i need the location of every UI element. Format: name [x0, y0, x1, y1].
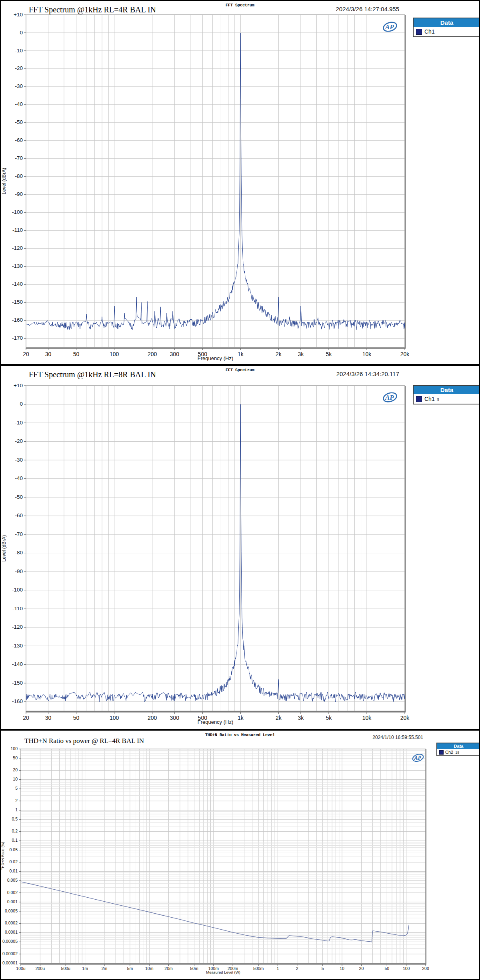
- y-tick-label: 0.05: [10, 847, 18, 852]
- y-tick-label: -120: [12, 624, 23, 630]
- y-tick-label: -70: [15, 155, 23, 161]
- x-tick-label: 100u: [16, 966, 26, 971]
- y-tick-label: -60: [15, 512, 23, 518]
- y-tick-label: -50: [15, 119, 23, 125]
- y-tick-label: -40: [15, 101, 23, 107]
- legend-body: Ch1: [414, 27, 480, 36]
- x-tick-label: 10k: [362, 715, 372, 721]
- x-tick-label: 3k: [298, 715, 304, 721]
- x-tick-label: 10: [340, 966, 344, 971]
- y-tick-label: 0.0005: [5, 908, 18, 913]
- x-tick-label: 20: [23, 715, 29, 721]
- x-tick-label: 20k: [400, 351, 410, 357]
- legend-swatch: [416, 396, 422, 402]
- x-tick-label: 100: [110, 715, 119, 721]
- x-tick-label: 5k: [326, 715, 332, 721]
- legend-header[interactable]: Data: [414, 18, 480, 27]
- x-tick-label: 200: [422, 966, 429, 971]
- x-axis-title: Measured Level (W): [206, 970, 240, 974]
- y-tick-label: 5: [15, 786, 18, 791]
- y-tick-label: -80: [15, 173, 23, 179]
- x-tick-label: 200: [148, 715, 157, 721]
- x-tick-label: 30: [45, 351, 52, 357]
- fft-plot-area[interactable]: 2030501002003005001k2k3k5k10k20k+100-10-…: [1, 1, 479, 364]
- x-tick-label: 5: [322, 966, 324, 971]
- x-tick-label: 2k: [276, 351, 282, 357]
- y-tick-label: -20: [15, 65, 23, 71]
- x-axis-title: Frequency (Hz): [198, 719, 234, 725]
- y-tick-label: -170: [12, 335, 23, 341]
- legend-row[interactable]: Ch13: [414, 394, 480, 404]
- x-tick-label: 200: [148, 351, 157, 357]
- window-thdn: THD+N Ratio vs Measured Level THD+N Rati…: [0, 730, 480, 980]
- y-tick-label: 0.02: [10, 859, 18, 864]
- y-tick-label: -130: [12, 263, 23, 269]
- legend-panel: Data Ch1: [413, 18, 480, 37]
- legend-header[interactable]: Data: [437, 743, 480, 749]
- y-tick-label: -160: [12, 698, 23, 704]
- y-tick-label: -40: [15, 475, 23, 481]
- y-tick-label: 0.5: [12, 817, 18, 821]
- y-axis-title: Level (dBrA): [1, 168, 7, 195]
- legend-row[interactable]: Ch1: [414, 27, 480, 36]
- x-tick-label: 300: [170, 715, 180, 721]
- y-tick-label: -110: [12, 606, 23, 612]
- y-tick-label: 0: [20, 30, 23, 36]
- fft-trace: [26, 33, 405, 330]
- x-tick-label: 5k: [326, 351, 332, 357]
- x-axis-title: Frequency (Hz): [198, 355, 234, 361]
- y-tick-label: -130: [12, 643, 23, 649]
- thdn-trace: [21, 882, 409, 942]
- x-tick-label: 1m: [82, 966, 88, 971]
- x-tick-label: 10m: [145, 966, 154, 971]
- legend-suffix: 18: [455, 751, 459, 755]
- y-tick-label: 100: [10, 746, 18, 751]
- thdn-plot-area[interactable]: 100u200u500u1m2m5m10m20m50m100m200m500m1…: [1, 731, 479, 979]
- y-tick-label: 1: [15, 807, 18, 812]
- screen: FFT Spectrum FFT Spectrum @1kHz RL=4R BA…: [0, 0, 480, 980]
- legend-label: Ch2: [445, 750, 453, 755]
- x-tick-label: 20: [23, 351, 29, 357]
- legend-panel: Data Ch13: [413, 385, 480, 404]
- ap-logo-icon: AP: [382, 391, 398, 403]
- x-tick-label: 2k: [276, 715, 282, 721]
- y-tick-label: -100: [12, 209, 23, 215]
- y-tick-label: -20: [15, 438, 23, 444]
- y-tick-label: 0.00001: [2, 960, 18, 965]
- fft-plot-area[interactable]: 2030501002003005001k2k3k5k10k20k+100-10-…: [1, 366, 479, 729]
- x-tick-label: 10k: [362, 351, 372, 357]
- x-tick-label: 100: [403, 966, 410, 971]
- y-axis-title: Level (dBrA): [1, 535, 7, 562]
- y-tick-label: 0.002: [7, 890, 18, 895]
- x-tick-label: 20: [359, 966, 364, 971]
- y-axis-title: THD+N Ratio (%): [1, 842, 5, 870]
- y-tick-label: 0.1: [12, 838, 18, 843]
- x-tick-label: 20m: [164, 966, 173, 971]
- y-tick-label: -160: [12, 317, 23, 323]
- legend-header[interactable]: Data: [414, 386, 480, 394]
- x-tick-label: 50: [73, 715, 80, 721]
- x-tick-label: 500m: [253, 966, 264, 971]
- x-tick-label: 100: [110, 351, 119, 357]
- y-tick-label: 0.00005: [2, 939, 18, 944]
- ap-logo-icon: AP: [411, 753, 425, 763]
- y-tick-label: -150: [12, 680, 23, 686]
- y-tick-label: -30: [15, 83, 23, 89]
- legend-swatch: [439, 750, 444, 755]
- y-tick-label: 20: [13, 767, 18, 772]
- y-tick-label: -120: [12, 245, 23, 251]
- y-tick-label: 0.0002: [5, 920, 18, 925]
- legend-panel: Data Ch218: [436, 743, 480, 756]
- legend-label: Ch1: [424, 396, 435, 402]
- legend-body: Ch218: [437, 749, 480, 755]
- y-tick-label: -100: [12, 587, 23, 593]
- x-tick-label: 2: [296, 966, 298, 971]
- x-tick-label: 1k: [238, 351, 244, 357]
- y-tick-label: -30: [15, 457, 23, 463]
- y-tick-label: -150: [12, 299, 23, 305]
- y-tick-label: -60: [15, 137, 23, 143]
- x-tick-label: 300: [170, 351, 180, 357]
- legend-row[interactable]: Ch218: [437, 749, 480, 755]
- y-tick-label: -140: [12, 661, 23, 667]
- y-tick-label: -50: [15, 494, 23, 500]
